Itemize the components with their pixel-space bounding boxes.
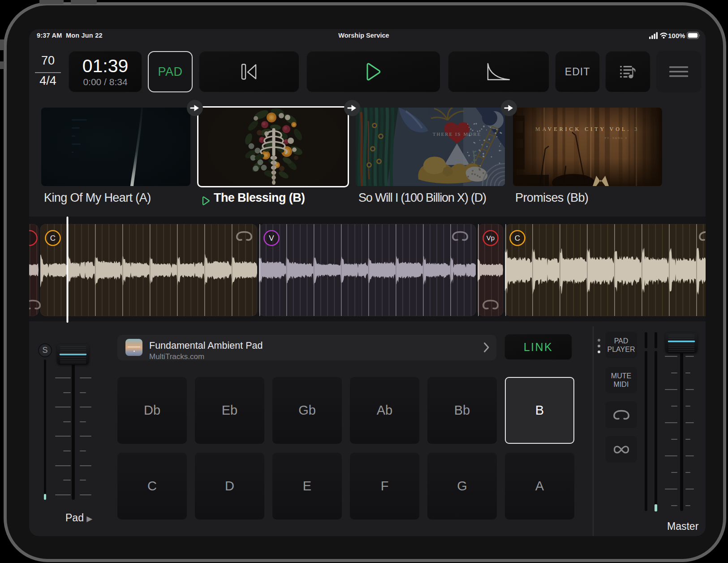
svg-text:C: C	[515, 234, 520, 243]
svg-text:C: C	[50, 234, 56, 243]
svg-text:V: V	[269, 234, 274, 243]
svg-text:Vp: Vp	[487, 234, 495, 242]
